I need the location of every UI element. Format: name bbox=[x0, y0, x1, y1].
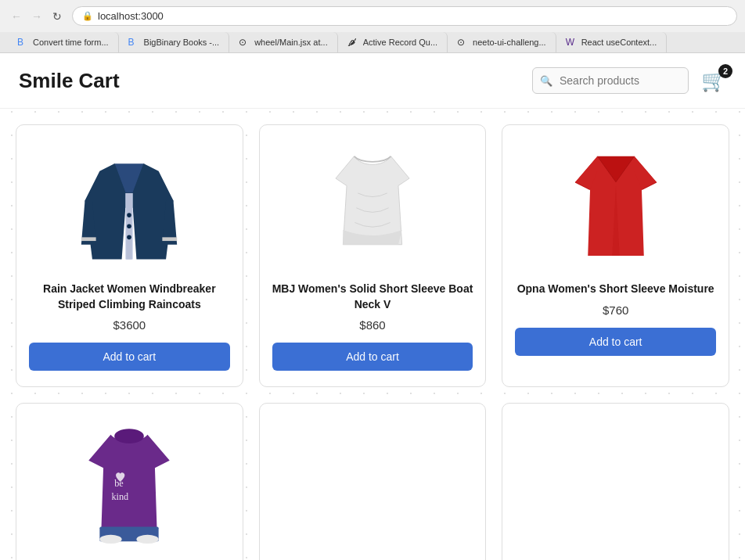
tab-label-4: Active Record Qu... bbox=[363, 38, 437, 47]
svg-point-4 bbox=[128, 235, 132, 240]
reload-button[interactable]: ↻ bbox=[49, 8, 66, 25]
header-right: 🔍 🛒 2 bbox=[532, 67, 726, 94]
product-card-6 bbox=[502, 403, 729, 560]
nav-buttons: ← → ↻ bbox=[8, 8, 66, 25]
product-card-4: be kind bbox=[16, 403, 243, 560]
product-image-2 bbox=[318, 142, 427, 267]
tab-label-6: React useContext... bbox=[581, 38, 657, 47]
tab-label-1: Convert time form... bbox=[33, 38, 109, 47]
product-image-4: be kind bbox=[74, 420, 184, 545]
browser-tabs-bar: B Convert time form... B BigBinary Books… bbox=[0, 32, 745, 52]
product-name-2: MBJ Women's Solid Short Sleeve Boat Neck… bbox=[272, 282, 473, 312]
product-card-5 bbox=[259, 403, 487, 560]
svg-point-9 bbox=[100, 535, 122, 544]
svg-point-3 bbox=[128, 224, 132, 228]
products-grid: Rain Jacket Women Windbreaker Striped Cl… bbox=[0, 109, 745, 560]
product-image-container-1 bbox=[29, 138, 230, 271]
back-button[interactable]: ← bbox=[8, 8, 25, 25]
tab-favicon-6: W bbox=[566, 37, 577, 48]
url-text: localhost:3000 bbox=[98, 10, 164, 22]
search-wrapper: 🔍 bbox=[532, 67, 689, 94]
product-price-1: $3600 bbox=[113, 318, 146, 332]
svg-rect-1 bbox=[163, 237, 178, 241]
product-card-1: Rain Jacket Women Windbreaker Striped Cl… bbox=[16, 124, 243, 387]
app-title: Smile Cart bbox=[19, 69, 120, 93]
product-card-2: MBJ Women's Solid Short Sleeve Boat Neck… bbox=[259, 124, 487, 387]
svg-point-2 bbox=[128, 213, 132, 217]
product-image-container-2 bbox=[272, 138, 473, 271]
browser-toolbar: ← → ↻ 🔒 localhost:3000 bbox=[0, 0, 745, 32]
tab-label-2: BigBinary Books -... bbox=[144, 38, 220, 47]
cart-button[interactable]: 🛒 2 bbox=[701, 69, 726, 93]
tab-favicon-3: ⊙ bbox=[239, 37, 250, 48]
app-header: Smile Cart 🔍 🛒 2 bbox=[0, 53, 745, 109]
search-icon: 🔍 bbox=[540, 75, 552, 87]
product-price-3: $760 bbox=[603, 303, 628, 317]
product-name-1: Rain Jacket Women Windbreaker Striped Cl… bbox=[29, 282, 230, 312]
browser-tab-2[interactable]: B BigBinary Books -... bbox=[119, 32, 230, 52]
browser-tab-6[interactable]: W React useContext... bbox=[556, 32, 668, 52]
app-container: Smile Cart 🔍 🛒 2 bbox=[0, 53, 745, 560]
product-name-3: Opna Women's Short Sleeve Moisture bbox=[517, 282, 714, 297]
tab-label-3: wheel/Main.jsx at... bbox=[254, 38, 328, 47]
lock-icon: 🔒 bbox=[82, 11, 93, 21]
address-bar[interactable]: 🔒 localhost:3000 bbox=[72, 6, 737, 26]
tab-favicon-5: ⊙ bbox=[457, 37, 468, 48]
cart-badge: 2 bbox=[718, 64, 732, 78]
tab-label-5: neeto-ui-challeng... bbox=[473, 38, 546, 47]
add-to-cart-button-1[interactable]: Add to cart bbox=[29, 343, 230, 371]
product-image-container-4: be kind bbox=[29, 416, 230, 549]
tab-favicon-1: B bbox=[17, 37, 28, 48]
product-image-1 bbox=[74, 142, 184, 267]
product-image-3 bbox=[561, 142, 671, 267]
browser-chrome: ← → ↻ 🔒 localhost:3000 B Convert time fo… bbox=[0, 0, 745, 53]
browser-tab-4[interactable]: 🌶 Active Record Qu... bbox=[338, 32, 448, 52]
svg-point-5 bbox=[115, 429, 145, 443]
product-image-container-3 bbox=[515, 138, 716, 271]
browser-tab-5[interactable]: ⊙ neeto-ui-challeng... bbox=[448, 32, 556, 52]
browser-tab-1[interactable]: B Convert time form... bbox=[8, 32, 119, 52]
add-to-cart-button-3[interactable]: Add to cart bbox=[515, 328, 716, 356]
search-input[interactable] bbox=[532, 67, 689, 94]
forward-button[interactable]: → bbox=[28, 8, 45, 25]
tab-favicon-4: 🌶 bbox=[347, 37, 358, 48]
svg-point-10 bbox=[137, 535, 159, 544]
add-to-cart-button-2[interactable]: Add to cart bbox=[272, 343, 473, 371]
browser-tab-3[interactable]: ⊙ wheel/Main.jsx at... bbox=[229, 32, 338, 52]
tab-favicon-2: B bbox=[128, 37, 139, 48]
svg-text:kind: kind bbox=[112, 491, 129, 502]
product-price-2: $860 bbox=[359, 318, 385, 332]
product-card-3: Opna Women's Short Sleeve Moisture $760 … bbox=[502, 124, 729, 387]
svg-rect-0 bbox=[81, 237, 96, 241]
